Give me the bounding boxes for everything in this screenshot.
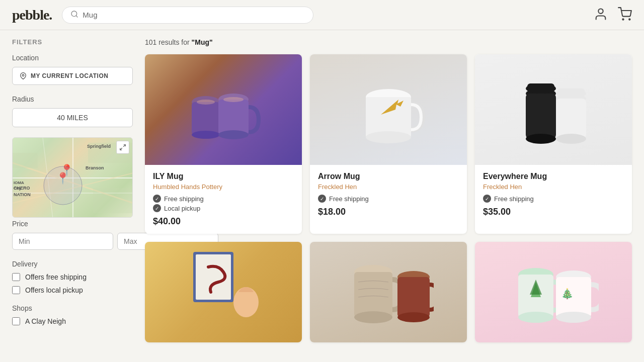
radius-filter: Radius 40 MILES bbox=[12, 95, 133, 127]
radius-button[interactable]: 40 MILES bbox=[12, 108, 133, 127]
svg-point-3 bbox=[622, 19, 623, 20]
product-grid: ILY Mug Humbled Hands Pottery ✓ Free shi… bbox=[145, 54, 632, 342]
svg-rect-35 bbox=[556, 99, 586, 139]
cart-icon[interactable] bbox=[618, 7, 632, 23]
product-card-6[interactable]: 🎄 bbox=[475, 242, 632, 342]
delivery-label: Delivery bbox=[12, 260, 133, 268]
results-query: "Mug" bbox=[192, 38, 213, 46]
product-image-mugs2-svg bbox=[343, 242, 434, 342]
product-card-4[interactable] bbox=[145, 242, 302, 342]
svg-point-15 bbox=[44, 166, 82, 205]
shop-a-clay-neigh-checkbox[interactable] bbox=[12, 317, 20, 325]
check-icon-1: ✓ bbox=[153, 195, 161, 203]
product-image-5 bbox=[310, 242, 467, 342]
product-name-3: Everywhere Mug bbox=[483, 172, 624, 181]
product-name-1: ILY Mug bbox=[153, 172, 294, 181]
product-shop-3: Freckled Hen bbox=[483, 183, 624, 191]
product-info-2: Arrow Mug Freckled Hen ✓ Free shipping $… bbox=[310, 165, 467, 224]
product-card-5[interactable] bbox=[310, 242, 467, 342]
product-badges-3: ✓ Free shipping bbox=[483, 195, 624, 203]
product-image-1 bbox=[145, 54, 302, 165]
check-icon-3: ✓ bbox=[318, 195, 326, 203]
svg-point-28 bbox=[366, 131, 411, 143]
results-header: 101 results for "Mug" bbox=[145, 38, 632, 46]
search-icon bbox=[70, 10, 78, 20]
svg-rect-22 bbox=[218, 100, 249, 135]
svg-point-36 bbox=[556, 134, 586, 144]
free-shipping-label: Offers free shipping bbox=[25, 273, 87, 281]
svg-point-47 bbox=[397, 312, 430, 322]
product-name-2: Arrow Mug bbox=[318, 172, 459, 181]
location-label: Location bbox=[12, 54, 133, 62]
location-filter: Location MY CURRENT LOCATION bbox=[12, 54, 133, 85]
shops-filter: Shops A Clay Neigh bbox=[12, 304, 133, 325]
svg-rect-46 bbox=[397, 277, 430, 317]
main-container: FILTERS Location MY CURRENT LOCATION Rad… bbox=[0, 30, 644, 350]
free-shipping-badge-1: ✓ Free shipping bbox=[153, 195, 294, 203]
user-icon[interactable] bbox=[594, 7, 608, 23]
svg-point-2 bbox=[598, 9, 603, 13]
free-shipping-checkbox[interactable] bbox=[12, 273, 20, 281]
local-pickup-row: Offers local pickup bbox=[12, 286, 133, 294]
svg-line-1 bbox=[76, 16, 77, 17]
map-image: Springfield Branson CHERO NATION IOMA Ci… bbox=[13, 138, 132, 217]
location-button[interactable]: MY CURRENT LOCATION bbox=[12, 67, 133, 85]
delivery-filter: Delivery Offers free shipping Offers loc… bbox=[12, 260, 133, 294]
price-min-input[interactable] bbox=[12, 233, 113, 250]
results-count-text: 101 results for bbox=[145, 38, 192, 46]
svg-point-55 bbox=[556, 312, 591, 323]
svg-point-23 bbox=[218, 130, 249, 139]
svg-point-31 bbox=[526, 134, 556, 144]
svg-rect-33 bbox=[527, 83, 554, 93]
svg-point-25 bbox=[223, 97, 244, 102]
svg-point-24 bbox=[197, 100, 215, 105]
shops-label: Shops bbox=[12, 304, 133, 312]
svg-text:🎄: 🎄 bbox=[561, 288, 574, 300]
product-card-2[interactable]: Arrow Mug Freckled Hen ✓ Free shipping $… bbox=[310, 54, 467, 234]
svg-point-5 bbox=[22, 74, 24, 76]
svg-rect-30 bbox=[526, 94, 556, 139]
product-price-1: $40.00 bbox=[153, 216, 294, 227]
local-pickup-checkbox[interactable] bbox=[12, 286, 20, 294]
product-card-1[interactable]: ILY Mug Humbled Hands Pottery ✓ Free shi… bbox=[145, 54, 302, 234]
map-container: Springfield Branson CHERO NATION IOMA Ci… bbox=[12, 137, 133, 218]
product-image-3 bbox=[475, 54, 632, 165]
map-footer: Google Keyboard shortcuts Map Data Terms… bbox=[13, 217, 132, 218]
filters-label: FILTERS bbox=[12, 38, 133, 46]
product-shop-1: Humbled Hands Pottery bbox=[153, 183, 294, 191]
free-shipping-row: Offers free shipping bbox=[12, 273, 133, 281]
product-image-2 bbox=[310, 54, 467, 165]
product-info-3: Everywhere Mug Freckled Hen ✓ Free shipp… bbox=[475, 165, 632, 224]
product-image-4 bbox=[145, 242, 302, 342]
svg-point-50 bbox=[518, 312, 553, 323]
search-input[interactable] bbox=[83, 11, 305, 19]
location-pin-icon bbox=[20, 72, 27, 79]
radius-label: Radius bbox=[12, 95, 133, 103]
free-shipping-text-1: Free shipping bbox=[164, 195, 204, 203]
free-shipping-text-3: Free shipping bbox=[494, 195, 534, 203]
local-pickup-text-1: Local pickup bbox=[164, 205, 200, 212]
map-expand-button[interactable] bbox=[116, 141, 129, 154]
search-bar[interactable] bbox=[62, 7, 313, 24]
free-shipping-badge-2: ✓ Free shipping bbox=[318, 195, 459, 203]
header-actions bbox=[594, 7, 632, 23]
svg-point-4 bbox=[629, 19, 630, 20]
logo[interactable]: pebble. bbox=[12, 7, 52, 23]
local-pickup-label: Offers local pickup bbox=[25, 286, 83, 294]
product-card-3[interactable]: Everywhere Mug Freckled Hen ✓ Free shipp… bbox=[475, 54, 632, 234]
content-area: 101 results for "Mug" bbox=[145, 38, 632, 342]
svg-line-17 bbox=[120, 148, 122, 150]
location-button-label: MY CURRENT LOCATION bbox=[31, 72, 108, 79]
product-shop-2: Freckled Hen bbox=[318, 183, 459, 191]
price-range bbox=[12, 233, 133, 250]
price-label: Price bbox=[12, 220, 133, 228]
product-image-everywhere-svg bbox=[508, 64, 599, 155]
svg-line-16 bbox=[123, 145, 125, 147]
svg-rect-19 bbox=[192, 102, 220, 135]
svg-point-20 bbox=[192, 131, 220, 139]
local-pickup-badge-1: ✓ Local pickup bbox=[153, 204, 294, 212]
header: pebble. bbox=[0, 0, 644, 30]
check-icon-2: ✓ bbox=[153, 204, 161, 212]
product-badges-1: ✓ Free shipping ✓ Local pickup bbox=[153, 195, 294, 212]
map-radius-circle bbox=[13, 138, 132, 217]
